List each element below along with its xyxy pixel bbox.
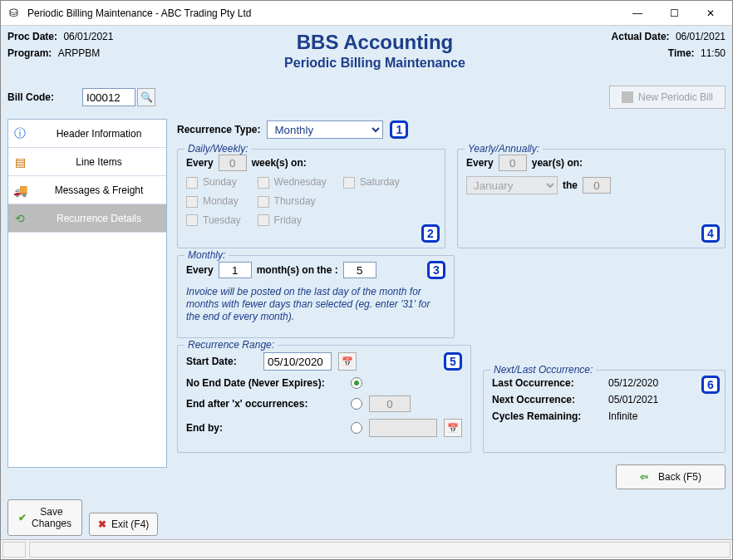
end-after-label: End after 'x' occurrences: xyxy=(186,398,344,410)
billcode-label: Bill Code: xyxy=(7,91,82,103)
recurrence-range-group: Recurrence Range: Start Date: 📅 5 No End… xyxy=(177,345,471,453)
back-button[interactable]: ⇦ Back (F5) xyxy=(616,464,726,489)
ya-years-on: year(s) on: xyxy=(532,157,583,169)
nav-header-information[interactable]: ⓘ Header Information xyxy=(8,120,166,148)
sub-title: Periodic Billing Maintenance xyxy=(174,56,576,71)
recurrence-type-row: Recurrence Type: Monthly 1 xyxy=(177,119,726,142)
cb-wednesday xyxy=(258,177,269,189)
info-icon: ⓘ xyxy=(8,126,32,141)
exit-label: Exit (F4) xyxy=(111,518,149,530)
monthly-day-input[interactable] xyxy=(343,262,376,278)
end-by-radio[interactable] xyxy=(351,422,362,434)
yearly-legend: Yearly/Annually: xyxy=(465,143,543,155)
x-icon: ✖ xyxy=(98,518,106,530)
no-end-radio[interactable] xyxy=(351,377,362,389)
badge-1: 1 xyxy=(390,120,408,139)
time-label: Time: xyxy=(668,47,695,59)
dw-weeks-input xyxy=(219,155,247,171)
cb-sunday xyxy=(186,177,198,189)
ya-years-input xyxy=(499,155,527,171)
end-by-date-input xyxy=(369,419,437,437)
sidebar: ⓘ Header Information ▤ Line Items 🚚 Mess… xyxy=(7,119,167,536)
badge-3: 3 xyxy=(427,261,445,279)
monthly-note: Invoice will be posted on the last day o… xyxy=(186,286,445,323)
start-date-input[interactable] xyxy=(263,352,332,371)
proc-date-label: Proc Date: xyxy=(7,31,57,42)
recurrence-type-select[interactable]: Monthly xyxy=(267,120,383,139)
status-seg-2 xyxy=(29,542,731,558)
nav-line-items[interactable]: ▤ Line Items xyxy=(8,148,166,176)
dw-weeks-on: week(s) on: xyxy=(252,157,307,169)
program-value: ARPPBM xyxy=(58,47,101,59)
recurrence-type-label: Recurrence Type: xyxy=(177,124,260,135)
monthly-every-label: Every xyxy=(186,264,214,276)
range-legend: Recurrence Range: xyxy=(184,339,278,351)
end-after-input xyxy=(369,395,411,412)
save-changes-button[interactable]: ✔ Save Changes xyxy=(7,499,82,536)
status-bar xyxy=(1,539,732,559)
new-bill-icon xyxy=(622,91,633,103)
actual-date-value: 06/01/2021 xyxy=(676,31,726,42)
cycles-remaining-value: Infinite xyxy=(608,410,637,422)
time-value: 11:50 xyxy=(701,47,726,59)
daily-weekly-group: Daily/Weekly: Every week(s) on: Sunday M… xyxy=(177,149,445,248)
billcode-row: Bill Code: 🔍 New Periodic Bill xyxy=(7,86,726,109)
last-occurrence-label: Last Occurrence: xyxy=(492,377,608,389)
monthly-months-input[interactable] xyxy=(219,262,252,278)
next-occurrence-value: 05/01/2021 xyxy=(608,394,658,405)
end-by-label: End by: xyxy=(186,422,344,434)
nav-messages-freight[interactable]: 🚚 Messages & Freight xyxy=(8,176,166,204)
cycles-remaining-label: Cycles Remaining: xyxy=(492,410,608,422)
program-label: Program: xyxy=(7,47,52,59)
client-area: Proc Date: 06/01/2021 Program: ARPPBM BB… xyxy=(1,26,732,539)
minimize-button[interactable]: — xyxy=(619,2,656,25)
new-periodic-bill-button: New Periodic Bill xyxy=(609,86,726,109)
cb-friday xyxy=(258,214,269,226)
main-title: BBS Accounting xyxy=(174,31,576,54)
app-icon: ⛁ xyxy=(9,7,22,20)
yearly-group: Yearly/Annually: Every year(s) on: Janua… xyxy=(457,149,726,248)
next-occurrence-label: Next Occurrence: xyxy=(492,394,608,405)
daily-weekly-legend: Daily/Weekly: xyxy=(184,143,251,155)
start-date-picker-button[interactable]: 📅 xyxy=(338,352,357,371)
actual-date-label: Actual Date: xyxy=(612,31,670,42)
billcode-input[interactable] xyxy=(82,88,135,106)
cb-monday xyxy=(186,196,198,208)
ya-month-select: January xyxy=(466,176,558,194)
badge-6: 6 xyxy=(701,376,720,394)
nav-recurrence-details[interactable]: ⟲ Recurrence Details xyxy=(8,204,166,233)
monthly-legend: Monthly: xyxy=(184,249,229,261)
save-label: Save Changes xyxy=(32,506,71,529)
new-bill-label: New Periodic Bill xyxy=(638,91,713,103)
cb-tuesday xyxy=(186,214,198,226)
end-by-date-picker-button[interactable]: 📅 xyxy=(444,419,462,437)
proc-date-value: 06/01/2021 xyxy=(63,31,113,42)
billcode-lookup-button[interactable]: 🔍 xyxy=(137,88,155,106)
badge-4: 4 xyxy=(701,224,720,243)
ya-day-input xyxy=(583,177,611,194)
no-end-label: No End Date (Never Expires): xyxy=(186,377,344,389)
last-occurrence-value: 05/12/2020 xyxy=(608,377,658,389)
nav-list: ⓘ Header Information ▤ Line Items 🚚 Mess… xyxy=(7,119,167,468)
list-icon: ▤ xyxy=(8,155,32,169)
back-label: Back (F5) xyxy=(658,471,701,483)
monthly-group: Monthly: Every month(s) on the : 3 Invoi… xyxy=(177,255,455,338)
window-title: Periodic Billing Maintenance - ABC Tradi… xyxy=(27,7,619,19)
recurrence-icon: ⟲ xyxy=(8,212,32,225)
header-row: Proc Date: 06/01/2021 Program: ARPPBM BB… xyxy=(7,31,726,71)
start-date-label: Start Date: xyxy=(186,356,257,367)
check-icon: ✔ xyxy=(18,512,27,523)
end-after-radio[interactable] xyxy=(351,398,362,410)
monthly-months-on: month(s) on the : xyxy=(257,264,338,276)
cb-thursday xyxy=(258,196,269,208)
badge-5: 5 xyxy=(444,352,462,371)
maximize-button[interactable]: ☐ xyxy=(656,2,692,25)
ya-every-label: Every xyxy=(466,157,494,169)
truck-icon: 🚚 xyxy=(8,184,32,197)
exit-button[interactable]: ✖ Exit (F4) xyxy=(89,513,158,536)
close-button[interactable]: ✕ xyxy=(692,2,729,25)
cb-saturday xyxy=(343,177,355,189)
content-panel: Recurrence Type: Monthly 1 Daily/Weekly:… xyxy=(177,119,726,536)
next-last-group: Next/Last Occurrence: 6 Last Occurrence:… xyxy=(483,370,726,453)
status-seg-1 xyxy=(2,542,26,558)
